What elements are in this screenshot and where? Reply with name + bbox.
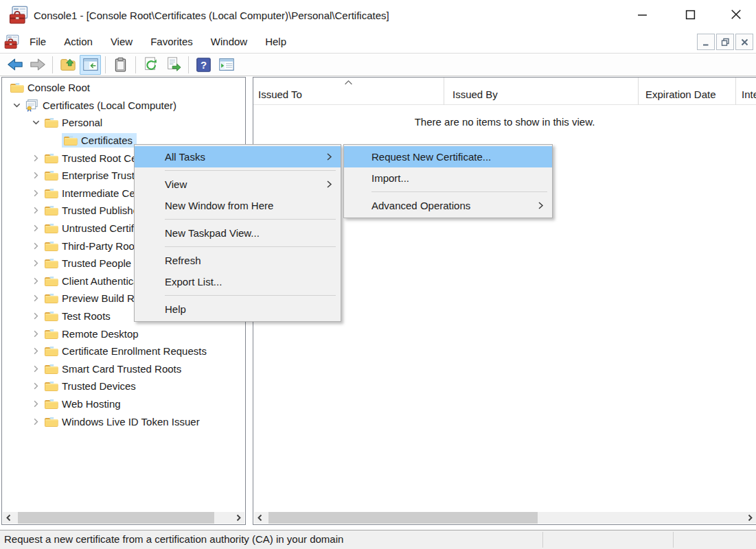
clipboard-button[interactable] <box>110 55 131 75</box>
chevron-right-icon[interactable] <box>29 310 43 323</box>
menu-bar: FileActionViewFavoritesWindowHelp <box>0 31 756 54</box>
mdi-minimize-button[interactable] <box>697 34 715 50</box>
column-header-expiration-date[interactable]: Expiration Date <box>639 78 736 105</box>
tree-item-web-hosting[interactable]: Web Hosting <box>3 395 244 413</box>
chevron-down-icon[interactable] <box>10 99 23 111</box>
menu-item-request-new-certificate[interactable]: Request New Certificate... <box>344 146 552 167</box>
menu-item-advanced-operations[interactable]: Advanced Operations <box>344 195 552 216</box>
mdi-restore-button[interactable] <box>716 34 734 50</box>
chevron-right-icon[interactable] <box>29 170 43 182</box>
toolbar-separator <box>52 56 53 73</box>
tree-item-body[interactable]: Certificates <box>62 133 137 148</box>
column-header-issued-by[interactable]: Issued By <box>444 78 639 105</box>
tree-item-body[interactable]: Windows Live ID Token Issuer <box>43 414 204 429</box>
tree-item-body[interactable]: Personal <box>43 115 106 130</box>
scroll-left-icon[interactable] <box>254 512 266 524</box>
scroll-right-icon[interactable] <box>744 512 756 524</box>
maximize-button[interactable] <box>669 1 711 27</box>
tree-item-certificates-local-computer[interactable]: Certificates (Local Computer) <box>3 97 244 115</box>
scrollbar-thumb[interactable] <box>268 512 538 524</box>
list-horizontal-scrollbar[interactable] <box>254 512 756 524</box>
tree-item-console-root[interactable]: Console Root <box>3 79 244 97</box>
menu-item-label: All Tasks <box>165 151 205 163</box>
folder-icon <box>44 292 58 304</box>
tree-item-certificate-enrollment-requests[interactable]: Certificate Enrollment Requests <box>3 342 244 360</box>
up-one-level-button[interactable] <box>57 55 78 75</box>
chevron-down-icon[interactable] <box>29 117 43 129</box>
menu-item-refresh[interactable]: Refresh <box>135 250 341 271</box>
chevron-right-icon[interactable] <box>29 222 43 235</box>
scroll-left-icon[interactable] <box>3 512 14 524</box>
certificates-icon <box>25 100 39 111</box>
chevron-right-icon[interactable] <box>29 380 43 393</box>
tree-item-body[interactable]: Console Root <box>8 80 94 95</box>
close-button[interactable] <box>715 1 756 27</box>
tree-item-body[interactable]: Enterprise Trust <box>43 168 139 183</box>
scrollbar-thumb[interactable] <box>18 512 214 524</box>
mdi-close-button[interactable] <box>735 34 753 50</box>
tree-item-label: Smart Card Trusted Roots <box>62 363 181 375</box>
tree-item-smart-card-trusted-roots[interactable]: Smart Card Trusted Roots <box>3 360 244 378</box>
menu-item-label: Help <box>165 303 186 315</box>
menu-separator <box>371 191 547 192</box>
menubar-item-favorites[interactable]: Favorites <box>141 31 202 53</box>
chevron-right-icon[interactable] <box>29 327 43 340</box>
tree-item-trusted-devices[interactable]: Trusted Devices <box>3 377 244 395</box>
menu-item-new-window-from-here[interactable]: New Window from Here <box>135 195 341 216</box>
tree-item-body[interactable]: Trusted Devices <box>43 379 140 393</box>
menu-item-import[interactable]: Import... <box>344 167 552 189</box>
chevron-right-icon[interactable] <box>29 362 43 375</box>
tree-item-label: Windows Live ID Token Issuer <box>62 416 200 428</box>
tree-item-body[interactable]: Certificates (Local Computer) <box>23 98 181 113</box>
menu-item-new-taskpad-view[interactable]: New Taskpad View... <box>135 222 341 244</box>
tree-item-body[interactable]: Remote Desktop <box>43 327 143 341</box>
menubar-item-action[interactable]: Action <box>55 31 102 53</box>
column-header-intended-purposes[interactable]: Intended Purposes <box>736 78 756 105</box>
chevron-right-icon[interactable] <box>29 257 43 270</box>
refresh-button[interactable] <box>140 55 161 75</box>
menubar-item-window[interactable]: Window <box>202 31 256 53</box>
show-console-tree-button[interactable] <box>80 55 101 75</box>
tree-item-label: Certificates <box>81 135 133 146</box>
chevron-right-icon[interactable] <box>29 415 43 428</box>
menubar-item-help[interactable]: Help <box>256 31 295 53</box>
minimize-button[interactable] <box>621 1 663 27</box>
mmc-window: Console1 - [Console Root\Certificates (L… <box>0 0 756 549</box>
mmc-app-icon-small <box>4 34 19 49</box>
chevron-right-icon[interactable] <box>29 205 43 217</box>
menu-item-help[interactable]: Help <box>135 299 341 320</box>
chevron-right-icon[interactable] <box>29 397 43 410</box>
menu-item-view[interactable]: View <box>135 174 341 195</box>
tree-item-remote-desktop[interactable]: Remote Desktop <box>3 325 244 342</box>
chevron-right-icon[interactable] <box>29 292 43 305</box>
tree-item-body[interactable]: Smart Card Trusted Roots <box>43 362 185 376</box>
menubar-item-file[interactable]: File <box>21 31 55 53</box>
sort-ascending-icon <box>344 80 353 85</box>
scroll-right-icon[interactable] <box>233 512 244 524</box>
tree-horizontal-scrollbar[interactable] <box>3 512 244 524</box>
chevron-right-icon[interactable] <box>29 274 43 287</box>
help-button[interactable]: ? <box>193 55 214 75</box>
show-console-tree-icon <box>82 56 99 73</box>
export-list-button[interactable] <box>163 55 184 75</box>
tree-item-body[interactable]: Web Hosting <box>43 397 125 411</box>
chevron-right-icon[interactable] <box>29 152 43 164</box>
svg-text:?: ? <box>201 58 207 70</box>
menu-item-label: Import... <box>371 172 409 184</box>
menu-item-all-tasks[interactable]: All Tasks <box>135 146 341 167</box>
menu-item-export-list[interactable]: Export List... <box>135 271 341 292</box>
column-header-label: Intended Purposes <box>742 89 756 100</box>
chevron-right-icon[interactable] <box>29 187 43 199</box>
menubar-item-view[interactable]: View <box>102 31 141 53</box>
forward-arrow-button[interactable] <box>27 55 48 75</box>
new-console-window-button[interactable] <box>216 55 237 75</box>
tree-item-body[interactable]: Test Roots <box>43 309 115 323</box>
chevron-right-icon[interactable] <box>29 240 43 252</box>
chevron-right-icon[interactable] <box>29 345 43 358</box>
back-arrow-button[interactable] <box>4 55 25 75</box>
tree-item-personal[interactable]: Personal <box>3 114 244 132</box>
tree-item-body[interactable]: Certificate Enrollment Requests <box>43 344 211 358</box>
tree-item-body[interactable]: Trusted People <box>43 256 135 270</box>
tree-item-windows-live-id-token-issuer[interactable]: Windows Live ID Token Issuer <box>3 412 244 430</box>
column-header-issued-to[interactable]: Issued To <box>253 78 444 105</box>
